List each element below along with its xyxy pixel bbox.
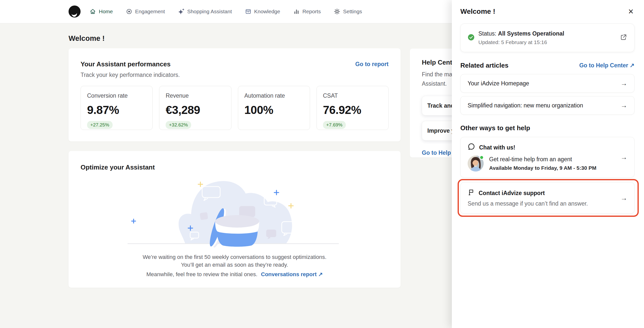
go-to-help-center-link[interactable]: Go to Help Center↗ xyxy=(579,62,634,69)
contact-card-description: Send us a message if you can’t find an a… xyxy=(468,200,627,207)
delta-badge: +27.25% xyxy=(87,121,113,129)
logo-smile-icon xyxy=(69,6,81,18)
nav-label: Reports xyxy=(302,9,321,15)
delta-badge: +32.62% xyxy=(166,121,191,129)
arrow-right-icon: → xyxy=(620,102,627,109)
nav-item-settings[interactable]: Settings xyxy=(334,8,362,15)
article-card-homepage[interactable]: Your iAdvize Homepage → xyxy=(460,74,634,93)
kpi-card-automation-rate: Automation rate 100% xyxy=(238,86,310,130)
performance-card-subtitle: Track your key performance indicators. xyxy=(81,72,389,78)
north-east-arrow-icon: ↗ xyxy=(318,271,323,277)
performance-card: Your Assistant performances Go to report… xyxy=(69,48,401,141)
bar-chart-icon xyxy=(293,8,300,15)
iadvize-logo[interactable] xyxy=(69,6,81,18)
north-east-arrow-icon: ↗ xyxy=(630,62,634,69)
kpi-card-csat: CSAT 76.92% +7.69% xyxy=(316,86,389,130)
nav-label: Home xyxy=(99,9,113,15)
check-circle-icon xyxy=(468,34,475,42)
main-nav: Home Engagement Shopping Assistant xyxy=(90,8,362,15)
sparkle-icon xyxy=(178,8,184,15)
target-icon xyxy=(126,8,132,15)
arrow-right-icon: → xyxy=(620,153,627,161)
nav-item-knowledge[interactable]: Knowledge xyxy=(245,8,280,15)
article-title: Your iAdvize Homepage xyxy=(468,80,529,87)
nav-label: Settings xyxy=(343,9,362,15)
agent-avatar xyxy=(468,155,484,172)
contact-support-card[interactable]: Contact iAdvize support Send us a messag… xyxy=(460,182,634,214)
system-status-card[interactable]: Status:All Systems Operational Updated: … xyxy=(460,24,634,52)
main-content: Welcome ! Your Assistant performances Go… xyxy=(69,23,401,288)
status-text: Status:All Systems Operational xyxy=(478,30,620,37)
arrow-right-icon: → xyxy=(620,194,627,202)
external-link-icon[interactable] xyxy=(620,34,627,42)
gear-icon xyxy=(334,8,340,15)
empty-state-illustration xyxy=(127,173,342,248)
nav-item-engagement[interactable]: Engagement xyxy=(126,8,165,15)
optimize-line-3: Meanwhile, feel free to review the initi… xyxy=(146,271,257,277)
kpi-card-revenue: Revenue €3,289 +32.62% xyxy=(159,86,231,130)
conversations-report-link[interactable]: Conversations report↗ xyxy=(261,271,323,277)
chat-card-title: Chat with us! xyxy=(479,144,515,151)
related-articles-heading: Related articles xyxy=(460,62,508,69)
nav-item-shopping-assistant[interactable]: Shopping Assistant xyxy=(178,8,232,15)
page-title: Welcome ! xyxy=(69,34,401,43)
chat-card-availability: Available Monday to Friday, 9 AM - 5:30 … xyxy=(489,165,596,171)
delta-badge: +7.69% xyxy=(323,121,346,129)
chat-card-line1: Get real-time help from an agent xyxy=(489,156,596,163)
welcome-drawer: Welcome ! × Status:All Systems Operation… xyxy=(452,0,644,328)
article-card-navigation[interactable]: Simplified navigation: new menu organiza… xyxy=(460,96,634,115)
other-ways-heading: Other ways to get help xyxy=(460,124,530,132)
contact-card-title: Contact iAdvize support xyxy=(479,190,545,197)
nav-label: Shopping Assistant xyxy=(187,9,232,15)
optimize-line-2: You’ll get an email as soon as they’re r… xyxy=(69,261,401,269)
nav-label: Knowledge xyxy=(254,9,280,15)
optimize-card: Optimize your Assistant xyxy=(69,151,401,288)
kpi-grid: Conversion rate 9.87% +27.25% Revenue €3… xyxy=(81,86,389,130)
drawer-title: Welcome ! xyxy=(460,8,495,16)
optimize-line-1: We’re waiting on the first 50 weekly con… xyxy=(69,253,401,261)
nav-label: Engagement xyxy=(135,9,165,15)
flag-icon xyxy=(468,189,475,197)
archive-box-icon xyxy=(245,8,251,15)
optimize-card-title: Optimize your Assistant xyxy=(81,163,389,171)
chat-bubble-icon xyxy=(468,143,475,152)
nav-item-reports[interactable]: Reports xyxy=(293,8,321,15)
close-icon[interactable]: × xyxy=(627,7,634,16)
status-updated: Updated: 5 February at 15:16 xyxy=(478,39,620,45)
go-to-report-link[interactable]: Go to report xyxy=(355,61,389,68)
kpi-card-conversion-rate: Conversion rate 9.87% +27.25% xyxy=(81,86,153,130)
chat-with-us-card[interactable]: Chat with us! Get real- xyxy=(460,137,634,178)
home-icon xyxy=(90,8,96,15)
nav-item-home[interactable]: Home xyxy=(90,8,113,15)
performance-card-title: Your Assistant performances xyxy=(81,60,171,68)
optimize-message: We’re waiting on the first 50 weekly con… xyxy=(69,253,401,269)
online-status-dot xyxy=(479,155,484,160)
arrow-right-icon: → xyxy=(620,80,627,87)
article-title: Simplified navigation: new menu organiza… xyxy=(468,102,583,109)
